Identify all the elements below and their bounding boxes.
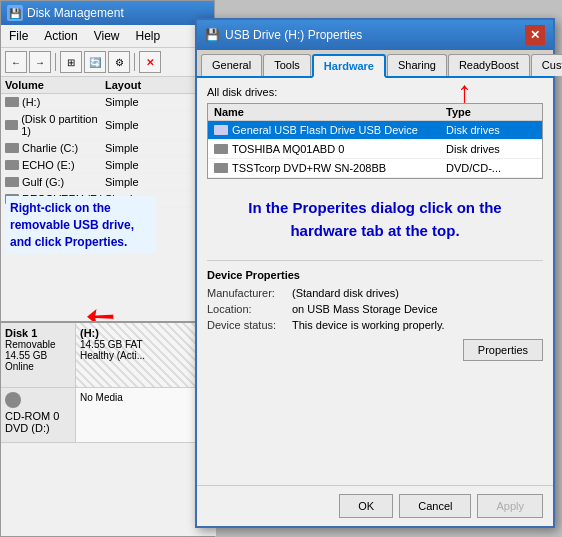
layout-4: Simple [105,159,185,171]
toolbar-forward[interactable]: → [29,51,51,73]
instruction-box: Right-click on the removable USB drive, … [6,196,156,254]
prop-manufacturer-key: Manufacturer: [207,287,292,299]
disk1-size: 14.55 GB [5,350,71,361]
toolbar-refresh[interactable]: 🔄 [84,51,106,73]
tab-hardware[interactable]: Hardware [312,54,386,78]
vol-name-5: Gulf (G:) [22,176,64,188]
drive-type-3: DVD/CD-... [446,162,536,174]
menu-help[interactable]: Help [132,27,165,45]
usb-properties-dialog: 💾 USB Drive (H:) Properties ✕ General To… [195,18,555,528]
prop-location-key: Location: [207,303,292,315]
cdrom-icon [5,392,21,408]
menu-bar: File Action View Help [1,25,214,48]
toolbar-sep-1 [55,53,56,71]
menu-file[interactable]: File [5,27,32,45]
disk1-type: Removable [5,339,71,350]
table-row[interactable]: Charlie (C:) Simple [1,140,214,157]
toolbar-sep-2 [134,53,135,71]
drive-name-1: General USB Flash Drive USB Device [232,124,418,136]
cdrom-name: CD-ROM 0 [5,410,71,422]
tab-customize[interactable]: Customize [531,54,562,76]
disk-icon-4 [5,160,19,170]
table-row[interactable]: Gulf (G:) Simple [1,174,214,191]
prop-location-val: on USB Mass Storage Device [292,303,543,315]
disk1-panel: Disk 1 Removable 14.55 GB Online (H:) 14… [1,323,216,388]
vol-name-2: (Disk 0 partition 1) [21,113,105,137]
dialog-icon: 💾 [205,28,220,42]
cdrom-panel: CD-ROM 0 DVD (D:) No Media [1,388,216,443]
tab-readyboost[interactable]: ReadyBoost [448,54,530,76]
layout-2: Simple [105,119,185,131]
volume-table-header: Volume Layout [1,77,214,94]
prop-status-key: Device status: [207,319,292,331]
dialog-footer: OK Cancel Apply [197,485,553,526]
cdrom-status: No Media [80,392,212,403]
disk-management-window: 💾 Disk Management File Action View Help … [0,0,215,537]
prop-location: Location: on USB Mass Storage Device [207,303,543,315]
layout-col-header: Layout [105,79,185,91]
cdrom-type: DVD (D:) [5,422,71,434]
disk-mgmt-title-bar: 💾 Disk Management [1,1,214,25]
disk-mgmt-icon: 💾 [7,5,23,21]
disk-icon-2 [5,120,18,130]
disk-icon-3 [5,143,19,153]
vol-name-1: (H:) [22,96,40,108]
drive-row-1[interactable]: General USB Flash Drive USB Device Disk … [208,121,542,140]
apply-button[interactable]: Apply [477,494,543,518]
drive-list-header: Name Type [208,104,542,121]
toolbar-settings[interactable]: ⚙ [108,51,130,73]
prop-status: Device status: This device is working pr… [207,319,543,331]
disk-panels: Disk 1 Removable 14.55 GB Online (H:) 14… [1,321,216,536]
drive-icon-2 [214,144,228,154]
tab-sharing[interactable]: Sharing [387,54,447,76]
disk1-vol-letter: (H:) [80,327,212,339]
props-button-row: Properties [207,339,543,361]
cdrom-label: CD-ROM 0 DVD (D:) [1,388,76,442]
dialog-content: All disk drives: Name Type General USB F… [197,78,553,369]
drive-name-3: TSSTcorp DVD+RW SN-208BB [232,162,386,174]
cancel-button[interactable]: Cancel [399,494,471,518]
tab-general[interactable]: General [201,54,262,76]
section-label: All disk drives: [207,86,543,98]
disk-icon-5 [5,177,19,187]
disk-mgmt-title: Disk Management [27,6,124,20]
menu-action[interactable]: Action [40,27,81,45]
drive-row-3[interactable]: TSSTcorp DVD+RW SN-208BB DVD/CD-... [208,159,542,178]
tab-arrow-icon: ↑ [457,75,472,109]
drive-list: Name Type General USB Flash Drive USB De… [207,103,543,179]
disk1-label: Disk 1 Removable 14.55 GB Online [1,323,76,387]
drive-icon-1 [214,125,228,135]
toolbar-grid[interactable]: ⊞ [60,51,82,73]
table-row[interactable]: ECHO (E:) Simple [1,157,214,174]
drive-type-2: Disk drives [446,143,536,155]
toolbar-back[interactable]: ← [5,51,27,73]
dialog-title-left: 💾 USB Drive (H:) Properties [205,28,362,42]
prop-manufacturer: Manufacturer: (Standard disk drives) [207,287,543,299]
vol-name-4: ECHO (E:) [22,159,75,171]
dialog-instruction: In the Properites dialog click on the ha… [207,187,543,252]
layout-3: Simple [105,142,185,154]
dialog-close-button[interactable]: ✕ [525,25,545,45]
drive-icon-3 [214,163,228,173]
table-row[interactable]: (Disk 0 partition 1) Simple [1,111,214,140]
menu-view[interactable]: View [90,27,124,45]
drive-type-1: Disk drives [446,124,536,136]
disk1-name: Disk 1 [5,327,71,339]
volume-col-header: Volume [5,79,105,91]
device-props-title: Device Properties [207,269,543,281]
disk1-status: Online [5,361,71,372]
table-row[interactable]: (H:) Simple [1,94,214,111]
toolbar: ← → ⊞ 🔄 ⚙ ✕ [1,48,214,77]
layout-1: Simple [105,96,185,108]
device-properties-section: Device Properties Manufacturer: (Standar… [207,260,543,361]
drive-col-name: Name [214,106,446,118]
drive-row-2[interactable]: TOSHIBA MQ01ABD 0 Disk drives [208,140,542,159]
dialog-title-bar: 💾 USB Drive (H:) Properties ✕ [197,20,553,50]
ok-button[interactable]: OK [339,494,393,518]
tab-tools[interactable]: Tools [263,54,311,76]
instruction-text: Right-click on the removable USB drive, … [10,201,134,249]
vol-name-3: Charlie (C:) [22,142,78,154]
toolbar-close[interactable]: ✕ [139,51,161,73]
dialog-title: USB Drive (H:) Properties [225,28,362,42]
properties-button[interactable]: Properties [463,339,543,361]
